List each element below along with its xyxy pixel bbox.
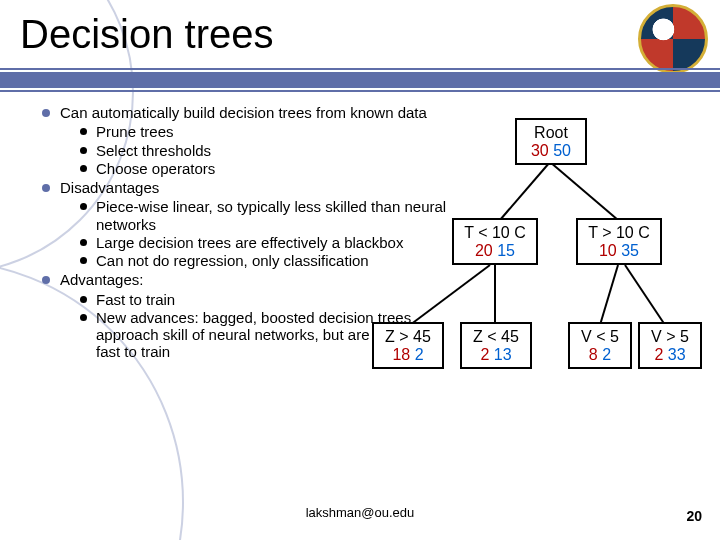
node-blue: 2: [415, 346, 424, 363]
page-number: 20: [686, 508, 702, 524]
tree-node-tlt10: T < 10 C 20 15: [452, 218, 538, 265]
svg-line-1: [550, 162, 618, 220]
svg-line-2: [410, 265, 490, 325]
footer-email: lakshman@ou.edu: [0, 505, 720, 520]
node-red: 2: [480, 346, 489, 363]
tree-node-root: Root 30 50: [515, 118, 587, 165]
node-label: V < 5: [576, 328, 624, 346]
node-label: Root: [523, 124, 579, 142]
bullet-2-text: Disadvantages: [60, 179, 159, 196]
node-red: 30: [531, 142, 549, 159]
node-blue: 15: [497, 242, 515, 259]
node-label: T > 10 C: [584, 224, 654, 242]
nssl-logo-icon: [638, 4, 708, 74]
node-blue: 13: [494, 346, 512, 363]
bullet-3-text: Advantages:: [60, 271, 143, 288]
tree-node-vlt5: V < 5 8 2: [568, 322, 632, 369]
decision-tree-diagram: Root 30 50 T < 10 C 20 15 T > 10 C 10 35…: [340, 110, 700, 430]
node-label: Z > 45: [380, 328, 436, 346]
tree-node-zlt45: Z < 45 2 13: [460, 322, 532, 369]
tree-node-zgt45: Z > 45 18 2: [372, 322, 444, 369]
node-blue: 50: [553, 142, 571, 159]
node-red: 18: [392, 346, 410, 363]
svg-line-0: [500, 162, 550, 220]
node-red: 2: [654, 346, 663, 363]
node-red: 8: [589, 346, 598, 363]
svg-line-4: [600, 265, 618, 325]
tree-node-vgt5: V > 5 2 33: [638, 322, 702, 369]
slide: Decision trees Can automatically build d…: [0, 0, 720, 540]
node-label: V > 5: [646, 328, 694, 346]
tree-node-tgt10: T > 10 C 10 35: [576, 218, 662, 265]
slide-title: Decision trees: [20, 12, 273, 57]
node-blue: 2: [602, 346, 611, 363]
node-label: T < 10 C: [460, 224, 530, 242]
title-underline: [0, 68, 720, 96]
node-label: Z < 45: [468, 328, 524, 346]
node-red: 20: [475, 242, 493, 259]
node-red: 10: [599, 242, 617, 259]
node-blue: 35: [621, 242, 639, 259]
node-blue: 33: [668, 346, 686, 363]
svg-line-5: [625, 265, 665, 325]
